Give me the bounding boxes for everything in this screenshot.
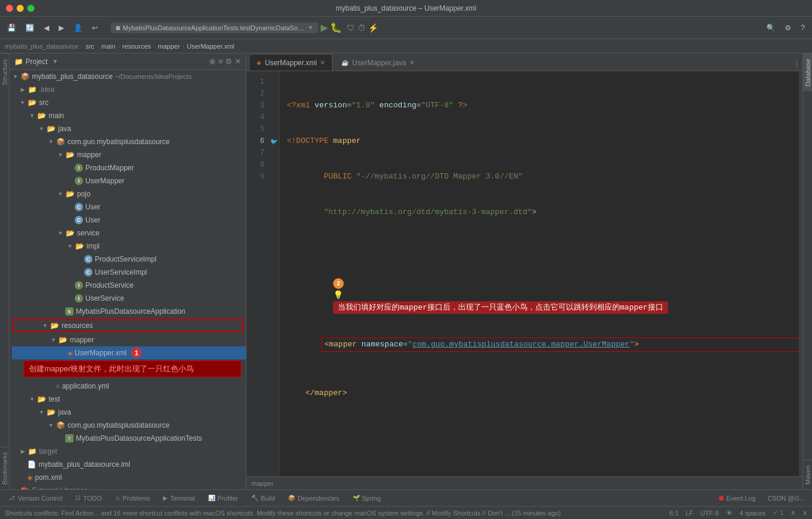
tab-usermapper-xml[interactable]: ◈ UserMapper.xml ✕ [249, 54, 333, 71]
tree-item-product[interactable]: ▶ C User [9, 200, 246, 214]
tab-close-xml[interactable]: ✕ [320, 59, 325, 66]
breadcrumb-item-resources[interactable]: resources [122, 43, 151, 50]
tree-item-mapper-folder[interactable]: ▼ 📂 mapper [9, 148, 246, 161]
profile-button[interactable]: ⏱ [357, 23, 366, 33]
tree-item-service[interactable]: ▼ 📂 service [9, 227, 246, 240]
indent[interactable]: 4 spaces [740, 510, 766, 517]
tree-item-userservice[interactable]: ▶ I UserService [9, 292, 246, 305]
coverage-button[interactable]: 🛡 [347, 23, 355, 33]
line-sep[interactable]: LF [686, 510, 693, 517]
tree-item-impl[interactable]: ▼ 📂 impl [9, 240, 246, 253]
toolbar-forward[interactable]: ▶ [55, 22, 68, 34]
tree-item-iml[interactable]: ▶ 📄 mybatis_plus_datasource.iml [9, 458, 246, 471]
maximize-button[interactable] [27, 5, 34, 12]
breadcrumb-item-project[interactable]: mybatis_plus_datasource [5, 43, 79, 50]
tree-item-usermapper[interactable]: ▶ I UserMapper [9, 174, 246, 187]
search-button[interactable]: 🔍 [763, 22, 779, 34]
class-icon: C [75, 216, 83, 224]
tree-item-test[interactable]: ▼ 📂 test [9, 393, 246, 406]
tree-item-test-java[interactable]: ▼ 📂 java [9, 406, 246, 419]
breadcrumb-item-file[interactable]: UserMapper.xml [187, 43, 234, 50]
tree-item-pojo[interactable]: ▼ 📂 pojo [9, 187, 246, 200]
tab-bar-actions: ⋮ [793, 60, 800, 71]
run-button[interactable]: ▶ [321, 22, 328, 33]
tab-label: UserMapper.java [352, 59, 406, 67]
breadcrumb-item-main[interactable]: main [101, 43, 116, 50]
panel-locate-btn[interactable]: ⊕ [209, 57, 216, 66]
tree-item-mapper-res[interactable]: ▼ 📂 mapper [12, 333, 246, 346]
tab-close-java[interactable]: ✕ [410, 59, 414, 66]
tab-build[interactable]: 🔨 Build [245, 492, 281, 504]
maven-panel-label[interactable]: Maven [803, 460, 812, 489]
tab-dependencies[interactable]: 📦 Dependencies [282, 492, 345, 504]
tree-item-root[interactable]: ▼ 📦 mybatis_plus_datasource ~/Documents/… [9, 70, 246, 83]
up-arrow[interactable]: ∧ [791, 509, 795, 517]
tree-item-target[interactable]: ▶ 📁 target [9, 445, 246, 458]
tab-spring[interactable]: 🌱 Spring [347, 492, 387, 504]
close-button[interactable] [6, 5, 13, 12]
interface-icon: I [75, 164, 83, 172]
settings-button[interactable]: ⚙ [781, 22, 795, 34]
tab-todo[interactable]: ☑ TODO [69, 492, 108, 504]
help-button[interactable]: ? [797, 22, 808, 34]
tree-item-apptests[interactable]: ▶ T MybatisPlusDatasourceApplicationTest… [9, 432, 246, 445]
tree-item-application-yml[interactable]: ▶ ≡ application.yml [9, 380, 246, 393]
tree-item-userserviceimpl[interactable]: ▶ C UserServiceImpl [9, 266, 246, 279]
panel-settings-btn[interactable]: ⚙ [225, 57, 232, 66]
tree-item-productmapper[interactable]: ▶ I ProductMapper [9, 161, 246, 174]
chevron-icon: ▼ [47, 138, 55, 145]
panel-collapse-btn[interactable]: ≡ [218, 57, 223, 66]
tab-event-log[interactable]: Event Log [713, 492, 762, 504]
debug-button[interactable]: 🐛 [330, 22, 342, 33]
tab-label: Problems [123, 495, 150, 502]
toolbar-save[interactable]: 💾 [4, 22, 20, 34]
tree-item-app[interactable]: ▶ S MybatisPlusDatasourceApplication [9, 305, 246, 318]
bookmarks-panel-label[interactable]: Bookmarks [0, 447, 9, 489]
code-content[interactable]: <?xml version="1.0" encoding="UTF-8" ?> … [280, 71, 799, 476]
cursor-pos[interactable]: 6:1 [669, 510, 678, 517]
code-line-8: </mapper> [287, 387, 792, 399]
interface-icon: I [75, 294, 83, 303]
breadcrumb-item-mapper[interactable]: mapper [158, 43, 180, 50]
minimize-button[interactable] [17, 5, 24, 12]
tree-item-idea[interactable]: ▶ 📁 .idea [9, 83, 246, 96]
tree-item-src[interactable]: ▼ 📂 src [9, 96, 246, 109]
more-run-button[interactable]: ⚡ [368, 23, 378, 33]
tree-item-ext-lib[interactable]: ▶ 📚 External Libraries [9, 484, 246, 489]
tree-item-java[interactable]: ▼ 📂 java [9, 122, 246, 135]
tab-profiler[interactable]: 📊 Profiler [202, 492, 244, 504]
xml-file-icon: ◈ [68, 349, 72, 357]
tree-item-productserviceimpl[interactable]: ▶ C ProductServiceImpl [9, 253, 246, 266]
panel-close-btn[interactable]: ✕ [235, 57, 241, 66]
tab-problems[interactable]: ⚠ Problems [109, 492, 156, 504]
interface-icon: I [75, 281, 83, 289]
tree-item-pom[interactable]: ▶ ◈ pom.xml [9, 471, 246, 484]
toolbar-back[interactable]: ◀ [40, 22, 53, 34]
item-label: pom.xml [35, 473, 62, 482]
tab-terminal[interactable]: ▶ Terminal [157, 492, 201, 504]
item-label: com.guo.mybatisplusdatasource [68, 421, 170, 429]
tab-version-control[interactable]: ⎇ Version Control [2, 492, 68, 504]
scroll-indicator[interactable] [799, 71, 803, 476]
tab-settings-btn[interactable]: ⋮ [793, 60, 800, 68]
toolbar-undo[interactable]: ↩ [88, 22, 101, 34]
toolbar-user[interactable]: 👤 [70, 22, 86, 34]
tree-item-main[interactable]: ▼ 📂 main [9, 109, 246, 122]
tree-item-user[interactable]: ▶ C User [9, 214, 246, 227]
database-panel-label[interactable]: Database [803, 53, 812, 91]
tree-item-package[interactable]: ▼ 📦 com.guo.mybatisplusdatasource [9, 135, 246, 148]
tree-item-resources[interactable]: ▼ 📂 resources [12, 319, 244, 332]
breadcrumb-item-src[interactable]: src [85, 43, 94, 50]
encoding[interactable]: UTF-8 [701, 510, 719, 517]
structure-panel-label[interactable]: Structure [0, 53, 9, 90]
blue-bird-icon[interactable]: 🐦 [268, 135, 279, 147]
toolbar-sync[interactable]: 🔄 [22, 22, 38, 34]
tree-item-test-package[interactable]: ▼ 📦 com.guo.mybatisplusdatasource [9, 419, 246, 432]
tree-item-usermapper-xml[interactable]: ▶ ◈ UserMapper.xml 1 [12, 346, 246, 359]
tree-item-productservice[interactable]: ▶ I ProductService [9, 279, 246, 292]
down-arrow[interactable]: ∨ [803, 509, 807, 517]
code-line-1: <?xml version="1.0" encoding="UTF-8" ?> [287, 100, 792, 112]
tab-usermapper-java[interactable]: ☕ UserMapper.java ✕ [334, 54, 422, 71]
test-folder-icon: 📂 [37, 394, 46, 404]
run-config[interactable]: ◼ MybatisPlusDatasourceApplicationTests.… [111, 23, 318, 33]
